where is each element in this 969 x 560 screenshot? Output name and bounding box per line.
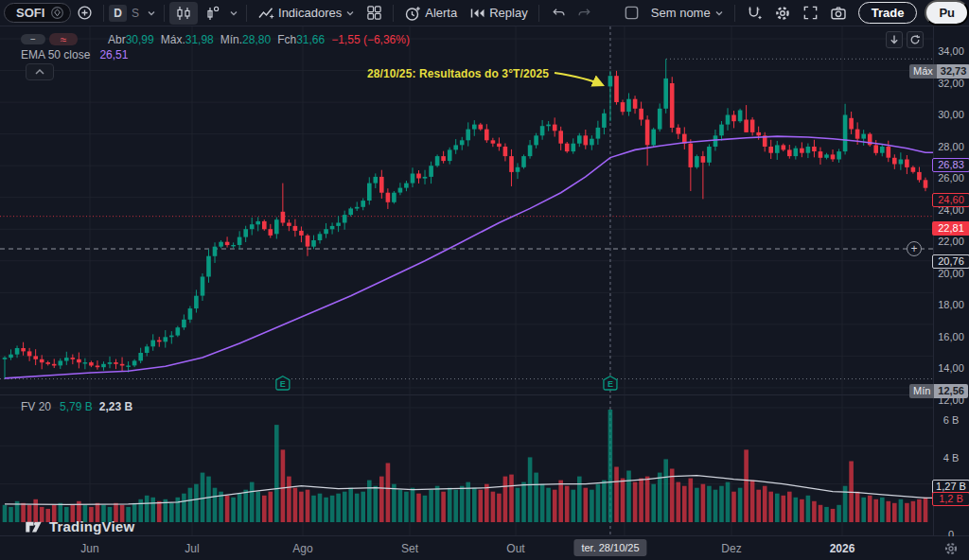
gem-badge-icon xyxy=(50,6,64,20)
annotation-arrow[interactable] xyxy=(555,73,603,85)
volume-indicator-title: FV 20 xyxy=(21,400,51,413)
square-icon xyxy=(624,5,640,21)
fullscreen-button[interactable] xyxy=(797,2,824,25)
indicators-label: Indicadores xyxy=(278,6,342,20)
interval-menu-button[interactable] xyxy=(144,2,159,25)
tradingview-watermark: TradingView xyxy=(25,517,134,535)
toolbar-separator xyxy=(103,5,104,22)
legend-ohlc-item: Fch31,66 xyxy=(277,33,325,46)
tradingview-app: SOFI D S xyxy=(0,0,969,560)
time-label-month: Set xyxy=(401,542,418,555)
chevron-down-icon xyxy=(345,9,355,18)
time-label-year: 2026 xyxy=(830,542,855,555)
chevron-down-icon xyxy=(714,9,724,18)
layout-grid-button[interactable] xyxy=(361,2,388,25)
range-high-label: Máx32,73 xyxy=(909,64,969,79)
time-axis[interactable]: ter. 28/10/25 JunJulAgoSetOutDez2026 xyxy=(0,536,969,560)
replay-icon xyxy=(468,5,485,22)
price-level-label: 20,76 xyxy=(932,254,969,269)
undo-button[interactable] xyxy=(544,2,572,25)
magnet-button[interactable] xyxy=(740,2,768,25)
toolbar-separator xyxy=(538,5,539,22)
price-axis[interactable]: 34,0032,0030,0028,0026,0024,0022,0020,00… xyxy=(934,26,969,536)
pane-separator[interactable] xyxy=(0,394,969,395)
chevron-up-icon xyxy=(34,68,45,76)
fullscreen-icon xyxy=(802,5,819,21)
replay-label: Replay xyxy=(489,6,527,20)
svg-text:E: E xyxy=(608,379,613,389)
replay-button[interactable]: Replay xyxy=(463,2,533,25)
crosshair-date-label: ter. 28/10/25 xyxy=(573,539,646,556)
candlestick-style-icon xyxy=(175,5,192,22)
redo-button[interactable] xyxy=(572,2,599,25)
scroll-to-recent-button[interactable] xyxy=(886,31,903,48)
earnings-badge[interactable]: E xyxy=(276,376,290,390)
save-layout-button[interactable] xyxy=(618,2,645,25)
axis-settings-gear-icon[interactable] xyxy=(943,541,959,556)
trade-button[interactable]: Trade xyxy=(858,2,918,24)
symbol-search-button[interactable]: SOFI xyxy=(4,3,71,23)
chart-style-menu-button[interactable] xyxy=(226,2,241,25)
arrow-down-icon xyxy=(889,34,900,45)
interval-day-button[interactable]: D xyxy=(109,5,127,22)
symbol-name: SOFI xyxy=(16,6,44,20)
volume-chart-pane[interactable] xyxy=(0,395,933,536)
price-chart-pane[interactable]: E E xyxy=(0,26,933,395)
layout-name-label: Sem nome xyxy=(651,6,711,20)
earnings-badge[interactable]: E xyxy=(604,376,617,390)
alert-button[interactable]: Alerta xyxy=(398,2,463,25)
indicators-button[interactable]: Indicadores xyxy=(252,2,361,25)
chevron-down-icon xyxy=(147,9,156,18)
indicators-icon xyxy=(257,5,274,22)
price-tick: 20,00 xyxy=(934,268,968,279)
alert-clock-icon xyxy=(404,5,421,22)
reset-chart-view-button[interactable] xyxy=(907,31,924,48)
volume-current-value: 2,23 B xyxy=(99,400,132,413)
chart-settings-button[interactable] xyxy=(768,2,797,25)
volume-ma-value: 5,79 B xyxy=(60,400,93,413)
symbol-legend-row[interactable]: − ≈ Abr30,99Máx.31,98Mín.28,80Fch31,66−1… xyxy=(21,33,410,45)
layout-name-button[interactable]: Sem nome xyxy=(645,2,730,25)
publish-button[interactable]: Pu xyxy=(925,0,969,26)
range-low-label: Mín12,56 xyxy=(909,384,968,398)
camera-icon xyxy=(830,5,847,22)
price-tick: 30,00 xyxy=(934,109,968,120)
volume-tick: 4 B xyxy=(934,452,968,464)
toolbar-separator xyxy=(246,5,247,22)
price-tick: 18,00 xyxy=(934,299,968,310)
legend-ohlc-item: Mín.28,80 xyxy=(220,33,271,46)
gear-icon xyxy=(774,5,791,22)
ema-indicator-title: EMA 50 close xyxy=(21,48,90,61)
magnet-icon xyxy=(746,5,763,22)
price-level-plus-icon[interactable]: + xyxy=(907,241,922,256)
ema-indicator-value: 26,51 xyxy=(99,48,128,61)
svg-text:E: E xyxy=(280,379,286,389)
snapshot-button[interactable] xyxy=(824,2,853,25)
earnings-annotation-text[interactable]: 28/10/25: Resultados do 3°T/2025 xyxy=(322,67,549,80)
chart-style-alt-button[interactable] xyxy=(198,2,226,25)
interval-week-button[interactable]: S xyxy=(127,5,144,22)
volume-last-label: 1,2 B xyxy=(932,492,969,506)
price-tick: 14,00 xyxy=(934,362,968,374)
pane-collapse-button[interactable] xyxy=(26,63,54,80)
toolbar-separator xyxy=(164,5,165,22)
legend-ohlc-item: Abr30,99 xyxy=(108,33,154,46)
compare-add-symbol-button[interactable] xyxy=(71,2,98,25)
tradingview-logo-icon xyxy=(25,517,43,535)
toolbar-separator xyxy=(734,5,735,22)
prev-close-price-label: 24,60 xyxy=(932,193,969,207)
price-tick: 32,00 xyxy=(934,78,968,89)
top-toolbar: SOFI D S xyxy=(0,0,969,26)
chevron-down-icon xyxy=(229,9,238,18)
time-label-month: Jul xyxy=(185,542,199,555)
legend-flag-icon[interactable]: ≈ xyxy=(49,33,78,45)
price-tick: 22,00 xyxy=(934,236,968,247)
volume-tick: 6 B xyxy=(934,414,968,426)
undo-icon xyxy=(550,6,566,20)
legend-minimize-icon[interactable]: − xyxy=(21,34,45,44)
toolbar-separator xyxy=(393,5,394,22)
ema-indicator-legend[interactable]: EMA 50 close26,51 xyxy=(21,48,128,61)
volume-indicator-legend[interactable]: FV 205,79 B2,23 B xyxy=(21,400,132,413)
chart-style-candles-button[interactable] xyxy=(169,2,198,25)
price-tick: 28,00 xyxy=(934,141,968,152)
